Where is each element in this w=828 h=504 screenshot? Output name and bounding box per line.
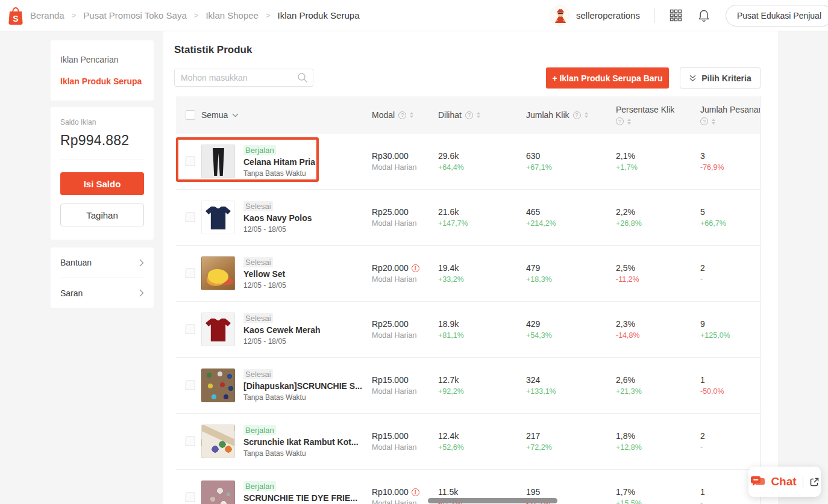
jumlah-pesanan-value: 5 — [700, 207, 761, 217]
help-icon[interactable]: ? — [700, 117, 708, 125]
dilihat-delta: +52,6% — [438, 443, 526, 452]
column-label: Dilihat — [438, 110, 462, 120]
shopee-logo[interactable]: S — [7, 5, 24, 26]
persentase-klik-delta: -14,8% — [616, 331, 700, 340]
notification-bell-icon[interactable] — [698, 9, 710, 22]
table-header: Semua Modal ? Dilihat ? Jumlah Klik ? Pe… — [176, 96, 760, 134]
product-name[interactable]: [Dihapuskan]SCRUNCHIE S... — [243, 381, 362, 391]
jumlah-pesanan-delta: +125,0% — [700, 331, 761, 340]
row-checkbox[interactable] — [186, 213, 195, 222]
divider — [59, 160, 145, 160]
breadcrumb-beranda[interactable]: Beranda — [30, 10, 64, 20]
sort-icon[interactable] — [712, 119, 715, 125]
dilihat-value: 18.9k — [438, 319, 526, 329]
row-checkbox[interactable] — [186, 325, 195, 334]
row-checkbox[interactable] — [186, 493, 195, 502]
help-icon[interactable]: ? — [398, 111, 406, 119]
search-icon[interactable] — [297, 72, 308, 83]
pilih-kriteria-button[interactable]: Pilih Kriteria — [680, 67, 761, 89]
saran-label: Saran — [60, 288, 83, 298]
isi-saldo-button[interactable]: Isi Saldo — [60, 172, 144, 195]
pusat-edukasi-button[interactable]: Pusat Edukasi Penjual — [726, 5, 828, 26]
sort-icon[interactable] — [477, 112, 480, 118]
avatar[interactable] — [550, 5, 570, 26]
expand-chat-icon[interactable] — [809, 477, 820, 487]
bantuan-link[interactable]: Bantuan — [60, 247, 144, 278]
column-header-dilihat: Dilihat ? — [438, 110, 526, 120]
warning-icon[interactable] — [412, 264, 419, 272]
product-thumbnail[interactable] — [201, 145, 235, 178]
sidebar-item-iklan-produk-serupa[interactable]: Iklan Produk Serupa — [51, 70, 154, 92]
dilihat-value: 29.6k — [438, 151, 526, 161]
column-label: Persentase Klik — [616, 105, 674, 114]
help-icon[interactable]: ? — [465, 111, 473, 119]
jumlah-klik-value: 465 — [526, 207, 616, 217]
sidebar-item-iklan-pencarian[interactable]: Iklan Pencarian — [51, 49, 154, 70]
product-thumbnail[interactable] — [201, 425, 235, 458]
dilihat-value: 19.4k — [438, 263, 526, 273]
product-name[interactable]: Scrunchie Ikat Rambut Kot... — [243, 437, 359, 447]
saran-link[interactable]: Saran — [60, 278, 144, 308]
modal-value: Rp25.000 — [372, 207, 409, 217]
product-thumbnail[interactable] — [201, 369, 235, 402]
product-thumbnail[interactable] — [201, 313, 235, 346]
product-thumbnail[interactable] — [201, 481, 235, 504]
jumlah-klik-delta: +72,2% — [526, 443, 616, 452]
chat-button[interactable]: Chat — [748, 467, 821, 497]
persentase-klik-delta: +21,3% — [616, 387, 700, 396]
search-input[interactable] — [181, 73, 297, 82]
stats-table: Semua Modal ? Dilihat ? Jumlah Klik ? Pe… — [176, 96, 761, 504]
ad-duration: 12/05 - 18/05 — [243, 337, 321, 346]
product-name[interactable]: SCRUNCHIE TIE DYE FRIE... — [243, 493, 357, 503]
jumlah-pesanan-value: 3 — [700, 151, 761, 161]
persentase-klik-value: 2,2% — [616, 207, 700, 217]
tagihan-button[interactable]: Tagihan — [60, 204, 144, 226]
modal-type-label: Modal Harian — [372, 275, 438, 284]
row-checkbox[interactable] — [186, 269, 195, 278]
sort-icon[interactable] — [627, 119, 631, 125]
divider — [654, 8, 655, 23]
help-icon[interactable]: ? — [616, 117, 624, 125]
jumlah-pesanan-value: 9 — [700, 319, 761, 329]
breadcrumb-iklan-shopee[interactable]: Iklan Shopee — [205, 10, 259, 20]
select-all-dropdown[interactable]: Semua — [201, 110, 372, 120]
help-icon[interactable]: ? — [573, 111, 581, 119]
breadcrumb-pusat-promosi[interactable]: Pusat Promosi Toko Saya — [83, 10, 186, 20]
product-name[interactable]: Kaos Navy Polos — [243, 213, 312, 223]
persentase-klik-delta: +12,8% — [616, 443, 700, 452]
top-bar: S Beranda > Pusat Promosi Toko Saya > Ik… — [0, 0, 828, 31]
main-panel: Statistik Produk + Iklan Produk Serupa B… — [163, 31, 778, 504]
jumlah-klik-value: 630 — [526, 151, 616, 161]
jumlah-pesanan-delta: - — [700, 499, 761, 504]
product-name[interactable]: Yellow Set — [243, 269, 286, 279]
modal-type-label: Modal Harian — [372, 219, 438, 228]
sort-icon[interactable] — [585, 112, 588, 118]
horizontal-scrollbar[interactable] — [428, 498, 557, 503]
modal-value: Rp30.000 — [372, 151, 409, 161]
row-checkbox[interactable] — [186, 437, 195, 446]
column-header-persentase-klik: Persentase Klik ? — [616, 105, 700, 125]
modal-value: Rp15.000 — [372, 375, 409, 385]
jumlah-klik-value: 195 — [526, 487, 616, 497]
row-checkbox[interactable] — [186, 381, 195, 390]
product-name[interactable]: Kaos Cewek Merah — [243, 325, 321, 335]
select-all-checkbox[interactable] — [186, 110, 195, 120]
persentase-klik-value: 2,6% — [616, 375, 700, 385]
apps-grid-icon[interactable] — [670, 9, 682, 22]
product-thumbnail[interactable] — [201, 201, 235, 234]
warning-icon[interactable] — [412, 488, 419, 496]
jumlah-pesanan-delta: - — [700, 275, 761, 284]
breadcrumb: Beranda > Pusat Promosi Toko Saya > Ikla… — [30, 10, 359, 20]
status-badge: Selesai — [243, 369, 273, 379]
new-similar-ad-button[interactable]: + Iklan Produk Serupa Baru — [546, 67, 669, 89]
status-badge: Selesai — [243, 313, 273, 323]
row-checkbox[interactable] — [186, 157, 195, 166]
table-row: Berjalan Scrunchie Ikat Rambut Kot... Ta… — [176, 414, 760, 470]
jumlah-klik-delta: +133,1% — [526, 387, 616, 396]
saldo-label: Saldo Iklan — [60, 118, 144, 126]
product-name[interactable]: Celana Hitam Pria — [243, 157, 315, 167]
username[interactable]: selleroperations — [576, 10, 640, 20]
jumlah-klik-delta: +67,1% — [526, 163, 616, 172]
product-thumbnail[interactable] — [201, 257, 235, 290]
sort-icon[interactable] — [410, 112, 413, 118]
